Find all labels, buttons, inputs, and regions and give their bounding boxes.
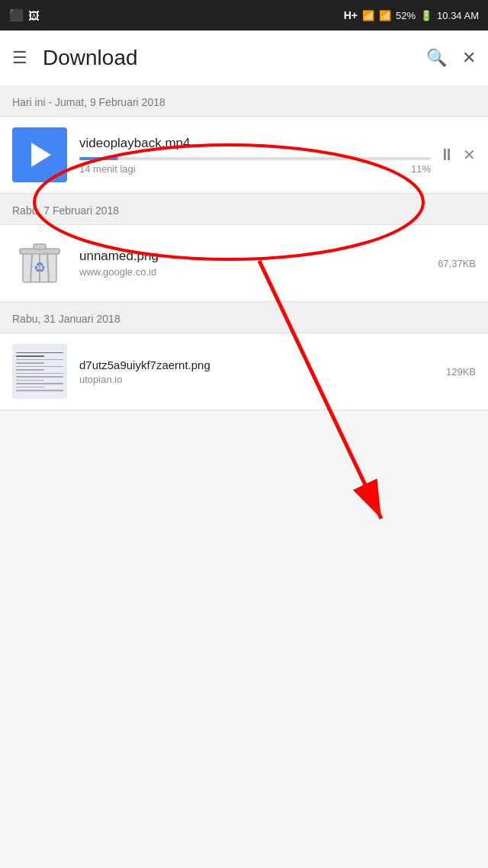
time-display: 10.34 AM bbox=[437, 10, 479, 21]
close-button[interactable]: ✕ bbox=[462, 48, 476, 68]
signal-icon-2: 📶 bbox=[379, 10, 391, 21]
thumb-line-3 bbox=[16, 359, 63, 361]
download-percent: 11% bbox=[411, 163, 431, 175]
progress-bar-track bbox=[79, 157, 431, 160]
thumb-line-5 bbox=[16, 366, 63, 368]
recycle-bin-icon: ♻ bbox=[17, 236, 63, 290]
svg-rect-5 bbox=[34, 244, 46, 249]
status-bar-right: H+ 📶 📶 52% 🔋 10.34 AM bbox=[344, 9, 479, 21]
screenshot-thumbnail bbox=[12, 344, 67, 399]
unnamed-info: unnamed.png www.google.co.id bbox=[79, 249, 430, 278]
thumb-line-7 bbox=[16, 373, 63, 375]
thumb-line-10 bbox=[16, 383, 63, 384]
thumb-line-2 bbox=[16, 355, 44, 357]
thumb-line-4 bbox=[16, 362, 44, 364]
status-bar: ⬛ 🖼 H+ 📶 📶 52% 🔋 10.34 AM bbox=[0, 0, 488, 31]
menu-button[interactable]: ☰ bbox=[12, 48, 27, 68]
thumb-line-6 bbox=[16, 369, 44, 371]
signal-icon-1: 📶 bbox=[362, 10, 374, 21]
thumb-line-1 bbox=[16, 352, 63, 354]
unnamed-size: 67,37KB bbox=[430, 258, 476, 269]
thumb-line-8 bbox=[16, 376, 63, 378]
image-icon: 🖼 bbox=[28, 9, 40, 22]
play-icon bbox=[31, 143, 51, 167]
network-type: H+ bbox=[344, 9, 358, 21]
video-thumbnail bbox=[12, 127, 67, 182]
cancel-download-button[interactable]: ✕ bbox=[463, 146, 476, 164]
page-title: Download bbox=[43, 46, 426, 70]
unnamed-source: www.google.co.id bbox=[79, 266, 430, 278]
video-actions: ⏸ ✕ bbox=[438, 145, 476, 165]
unnamed-thumbnail: ♻ bbox=[12, 236, 67, 291]
screenshot-filename: d7utz5a9uiykf7zaernt.png bbox=[79, 358, 438, 371]
header-actions: 🔍 ✕ bbox=[426, 48, 476, 68]
download-item-unnamed[interactable]: ♻ unnamed.png www.google.co.id 67,37KB bbox=[0, 225, 488, 302]
battery-icon: 🔋 bbox=[420, 10, 432, 21]
thumb-line-11 bbox=[16, 387, 44, 388]
unnamed-filename: unnamed.png bbox=[79, 249, 430, 264]
pause-button[interactable]: ⏸ bbox=[438, 145, 455, 165]
notification-icon: ⬛ bbox=[9, 8, 24, 22]
section-label-today: Hari ini - Jumat, 9 Februari 2018 bbox=[0, 85, 488, 117]
time-remaining: 14 menit lagi bbox=[79, 163, 136, 175]
download-info-video: videoplayback.mp4 14 menit lagi 11% bbox=[79, 136, 431, 175]
download-item-screenshot[interactable]: d7utz5a9uiykf7zaernt.png utopian.io 129K… bbox=[0, 333, 488, 410]
download-meta-video: 14 menit lagi 11% bbox=[79, 163, 431, 175]
battery-level: 52% bbox=[396, 10, 416, 21]
screenshot-source: utopian.io bbox=[79, 374, 438, 385]
search-button[interactable]: 🔍 bbox=[426, 48, 447, 68]
download-item-video: videoplayback.mp4 14 menit lagi 11% ⏸ ✕ bbox=[0, 117, 488, 194]
section-label-wednesday2: Rabu, 31 Januari 2018 bbox=[0, 302, 488, 333]
screenshot-size: 129KB bbox=[438, 366, 476, 378]
video-filename: videoplayback.mp4 bbox=[79, 136, 431, 151]
app-header: ☰ Download 🔍 ✕ bbox=[0, 31, 488, 85]
thumb-line-9 bbox=[16, 380, 44, 381]
thumb-line-12 bbox=[16, 390, 63, 391]
progress-bar-fill bbox=[79, 157, 118, 160]
status-bar-left: ⬛ 🖼 bbox=[9, 8, 40, 22]
section-label-wednesday1: Rabu, 7 Februari 2018 bbox=[0, 194, 488, 225]
svg-text:♻: ♻ bbox=[34, 260, 46, 275]
screenshot-info: d7utz5a9uiykf7zaernt.png utopian.io bbox=[79, 358, 438, 385]
